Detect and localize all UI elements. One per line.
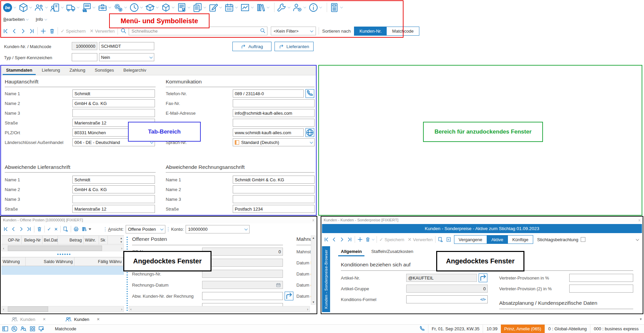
- kunden-akte-icon[interactable]: [50, 3, 64, 12]
- print-icon[interactable]: [73, 226, 79, 232]
- konditionsformel-field[interactable]: </>: [406, 295, 488, 303]
- delete-record-icon[interactable]: [365, 237, 371, 242]
- call-button[interactable]: [305, 89, 314, 98]
- price-document-icon[interactable]: €: [446, 237, 451, 242]
- lieferanten-button[interactable]: Lieferanten: [275, 42, 314, 51]
- jump-to-invoice-button[interactable]: [285, 292, 293, 300]
- provision2-field[interactable]: [569, 285, 633, 293]
- search-bubble-icon[interactable]: [11, 326, 18, 332]
- scroll-right-icon[interactable]: ›: [120, 307, 124, 311]
- info-icon[interactable]: [309, 3, 323, 12]
- close-icon[interactable]: x: [639, 218, 641, 222]
- last-record-icon[interactable]: [29, 28, 35, 34]
- drag-handle-dots[interactable]: [57, 254, 70, 255]
- bearbeiten-icon[interactable]: [208, 3, 223, 12]
- scroll-left-icon[interactable]: ‹: [2, 247, 5, 250]
- sort-kundennr-button[interactable]: Kunden-Nr.: [354, 27, 387, 35]
- ansicht-dropdown[interactable]: Offene Posten: [126, 225, 165, 233]
- previous-record-icon[interactable]: [331, 237, 337, 242]
- rechner-icon[interactable]: [329, 3, 344, 12]
- column-header[interactable]: Saldo Währung: [26, 257, 74, 266]
- menu-bearbeiten[interactable]: Bearbeiten: [3, 17, 28, 22]
- tab-belegarchiv[interactable]: Belegarchiv: [119, 65, 151, 75]
- tab-stammdaten[interactable]: Stammdaten: [1, 65, 37, 75]
- stichtag-checkbox[interactable]: [581, 237, 585, 242]
- grid-view-icon[interactable]: [29, 326, 36, 332]
- email-field[interactable]: info@schmidt-kauft-alles.com: [233, 109, 315, 117]
- einstellungen-icon[interactable]: [114, 3, 128, 12]
- column-header[interactable]: Sk: [99, 236, 108, 244]
- artikel-icon[interactable]: [19, 3, 33, 12]
- scroll-up-down-icons[interactable]: ▲▼: [119, 236, 124, 244]
- sonderpreise-browser-side-tab[interactable]: Kunden - Sonderpreise-Browser: [322, 246, 330, 312]
- abw-kundennr-field[interactable]: [202, 292, 283, 300]
- belege-icon[interactable]: [177, 3, 191, 12]
- previous-record-icon[interactable]: [11, 226, 16, 232]
- reports-icon[interactable]: [82, 226, 87, 232]
- close-icon[interactable]: ✕: [43, 317, 46, 322]
- save-button[interactable]: ✓Speichern: [61, 28, 86, 34]
- column-header[interactable]: Beleg-Nr: [22, 236, 42, 244]
- search-icon[interactable]: [260, 28, 266, 34]
- column-header[interactable]: OP-Nr: [1, 236, 22, 244]
- jump-to-artikel-button[interactable]: [479, 273, 487, 282]
- benutzer-einstellungen-icon[interactable]: [293, 3, 307, 12]
- kundennr-field[interactable]: 10000000: [72, 42, 97, 50]
- formula-icon[interactable]: </>: [480, 297, 486, 301]
- chevron-down-icon[interactable]: [372, 237, 375, 240]
- lieferanten-akte-icon[interactable]: [82, 3, 96, 12]
- column-header[interactable]: Betrag: [58, 236, 84, 244]
- discard-button[interactable]: ✕Verwerfen: [408, 237, 432, 242]
- wareneingang-icon[interactable]: [145, 3, 159, 12]
- selected-grid-row[interactable]: [1, 266, 124, 275]
- opnr-field[interactable]: 0: [202, 248, 283, 256]
- column-header[interactable]: Währung: [1, 257, 26, 266]
- menu-info[interactable]: Info: [36, 17, 47, 22]
- corner-caret-icon[interactable]: ▼: [639, 318, 642, 321]
- first-record-icon[interactable]: [324, 237, 329, 242]
- person-search-icon[interactable]: [20, 326, 27, 332]
- auftrag-button[interactable]: Auftrag: [232, 42, 271, 51]
- liefer-name1-field[interactable]: Schmidt: [72, 176, 155, 184]
- tab-sonstiges[interactable]: Sonstiges: [90, 65, 119, 75]
- vertical-scrollbar[interactable]: ▲ ▼: [311, 235, 316, 305]
- last-record-icon[interactable]: [347, 237, 352, 242]
- horizontal-scrollbar[interactable]: ‹ ›: [1, 306, 124, 312]
- op-field-2[interactable]: [202, 259, 283, 267]
- projekte-icon[interactable]: [98, 3, 112, 12]
- adressen-icon[interactable]: [34, 3, 49, 12]
- rechnung-name2-field[interactable]: [233, 185, 315, 193]
- first-record-icon[interactable]: [3, 28, 8, 34]
- document-tab-kunden-1[interactable]: Kunden ✕: [7, 316, 51, 322]
- add-record-icon[interactable]: [357, 237, 363, 242]
- chevron-down-icon[interactable]: [636, 237, 639, 241]
- filter-dropdown[interactable]: <Kein Filter>: [271, 27, 316, 35]
- name1-field[interactable]: Schmidt: [72, 89, 155, 98]
- dokumente-icon[interactable]: [193, 3, 207, 12]
- document-tab-kunden-2[interactable]: Kunden ✕: [61, 316, 104, 322]
- horizontal-scrollbar[interactable]: ‹ ›: [129, 306, 310, 312]
- liefer-strasse-field[interactable]: Marienstraße 12: [72, 205, 155, 213]
- tab-staffeln[interactable]: Staffeln/Zusatzkosten: [366, 246, 418, 256]
- column-header[interactable]: Währ.: [84, 236, 99, 244]
- werkzeuge-icon[interactable]: [277, 3, 291, 12]
- vergangene-button[interactable]: Vergangene: [454, 235, 487, 244]
- open-website-button[interactable]: [305, 128, 314, 137]
- scroll-down-icon[interactable]: ▼: [312, 300, 315, 304]
- kuenftige-button[interactable]: Künftige: [508, 235, 533, 244]
- dropdown-caret-icon[interactable]: [89, 228, 91, 230]
- scroll-left-icon[interactable]: ‹: [129, 307, 133, 311]
- zeiterfassung-icon[interactable]: [129, 3, 143, 12]
- kalender-icon[interactable]: [224, 3, 238, 12]
- previous-record-icon[interactable]: [11, 28, 17, 34]
- close-icon[interactable]: x: [313, 218, 315, 222]
- matchcode-field[interactable]: SCHMIDT: [99, 42, 154, 50]
- tab-zahlung[interactable]: Zahlung: [65, 65, 90, 75]
- scroll-left-icon[interactable]: ‹: [2, 307, 5, 311]
- versand-icon[interactable]: [66, 3, 80, 12]
- status-company[interactable]: 000 : business express: [590, 325, 642, 333]
- rechnung-name1-field[interactable]: Schmidt GmbH & Co. KG: [233, 176, 315, 184]
- rechnung-name3-field[interactable]: [233, 195, 315, 203]
- panel-view-icon[interactable]: [2, 326, 8, 332]
- next-record-icon[interactable]: [339, 237, 345, 242]
